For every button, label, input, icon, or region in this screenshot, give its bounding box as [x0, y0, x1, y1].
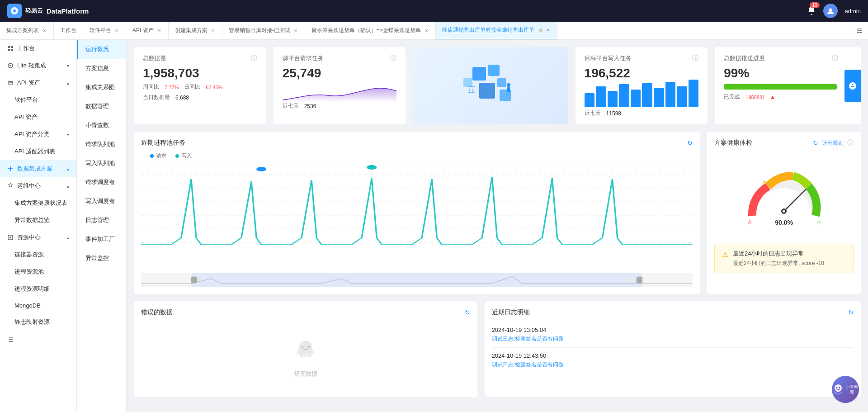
sidebar-item-lite[interactable]: Lite 轻集成 ▾ — [0, 57, 76, 74]
empty-label: 暂无数据 — [294, 370, 317, 378]
svg-rect-4 — [8, 49, 10, 51]
info-icon[interactable]: ⓘ — [251, 54, 257, 62]
log-time: 2024-10-19 13:05:04 — [492, 327, 854, 333]
tab-guanyi[interactable]: 管易销售出库对接-已测试 ✕ — [222, 22, 305, 40]
refresh-button[interactable]: ↻ — [848, 309, 854, 316]
tab-create[interactable]: 创建集成方案 ✕ — [169, 22, 222, 40]
svg-rect-13 — [497, 78, 506, 87]
tab-integration-list[interactable]: 集成方案列表 ✕ — [0, 22, 54, 40]
info-icon[interactable]: ⓘ — [832, 54, 838, 62]
completed-label: 已完成 — [724, 93, 740, 101]
platform-name: DataPlatform — [47, 7, 89, 15]
sidebar-label: API 资产 — [14, 113, 38, 121]
float-assistant[interactable]: 小青助理 — [832, 376, 859, 403]
log-desc[interactable]: 调试日志:检查签名是否有问题 — [492, 361, 854, 369]
sidebar-item-api-category[interactable]: API 资产分类 ▾ — [0, 126, 76, 143]
score-rules-link[interactable]: 评分规则 — [822, 139, 844, 147]
tab-more-button[interactable] — [850, 22, 868, 40]
info-icon[interactable]: ⓘ — [692, 54, 698, 62]
svg-rect-3 — [11, 46, 13, 48]
sidebar-item-exception[interactable]: 异常数据总览 — [0, 212, 76, 229]
sidebar-item-api-adapter[interactable]: API 适配器列表 — [0, 143, 76, 160]
sidebar-item-software[interactable]: 软件平台 — [0, 91, 76, 109]
sub-nav-write-scheduler[interactable]: 写入调度者 — [77, 192, 126, 211]
svg-point-1 — [829, 9, 832, 12]
logo-icon — [7, 4, 22, 18]
card-push-progress: 总数据推送进度 ⓘ 99% 已完成 1950881 — [715, 47, 861, 124]
svg-rect-34 — [637, 277, 642, 284]
health-refresh-button[interactable]: ↻ — [813, 139, 818, 147]
refresh-button[interactable]: ↻ — [465, 309, 470, 316]
tab-close-icon[interactable]: ✕ — [114, 27, 119, 34]
today-data-label: 当日数据量 — [143, 94, 170, 101]
svg-rect-11 — [488, 65, 500, 76]
sub-nav-solution-info[interactable]: 方案信息 — [77, 59, 126, 78]
sub-nav-log-mgmt[interactable]: 日志管理 — [77, 211, 126, 230]
chevron-up-icon: ▴ — [67, 81, 69, 85]
sub-nav-exception-monitor[interactable]: 异常监控 — [77, 249, 126, 268]
dot-request-icon — [150, 154, 154, 158]
sidebar-label: API 资产分类 — [14, 130, 49, 138]
notification-bell[interactable]: 10 — [807, 6, 816, 16]
tab-api[interactable]: API 资产 ✕ — [126, 22, 169, 40]
refresh-button[interactable]: ↻ — [687, 139, 693, 147]
sub-nav-event-factory[interactable]: 事件加工厂 — [77, 230, 126, 249]
tab-label: 管易销售出库对接-已测试 — [229, 27, 290, 34]
sidebar-label: 静态映射资源 — [14, 318, 50, 326]
info-icon[interactable]: ⓘ — [847, 139, 854, 147]
log-desc[interactable]: 调试日志:检查签名是否有问题 — [492, 335, 854, 343]
sub-nav-label: 数据管理 — [85, 103, 109, 109]
sidebar-item-process-detail[interactable]: 进程资源明细 — [0, 280, 76, 298]
alert-title: 最近24小时的日志出现异常 — [733, 250, 824, 258]
empty-icon — [292, 334, 319, 366]
sidebar-item-workbench[interactable]: 工作台 — [0, 40, 76, 57]
sidebar-item-process-pool[interactable]: 进程资源池 — [0, 263, 76, 280]
svg-point-41 — [783, 210, 785, 213]
log-item: 2024-10-19 13:05:04 调试日志:检查签名是否有问题 — [492, 322, 854, 348]
sub-nav-request-queue[interactable]: 请求队列池 — [77, 135, 126, 154]
card-title-label: 目标平台写入任务 — [585, 54, 632, 62]
card-source-tasks: 源平台请求任务 ⓘ 25,749 — [274, 47, 406, 124]
svg-line-39 — [784, 189, 806, 211]
chart-legend: 请求 写入 — [141, 152, 693, 159]
sidebar-item-health[interactable]: 集成方案健康状况表 — [0, 194, 76, 212]
sidebar-collapse-button[interactable] — [0, 331, 76, 350]
tab-close-icon[interactable]: ✕ — [42, 27, 47, 34]
tab-close-icon[interactable]: ✕ — [424, 27, 429, 34]
tab-close-icon[interactable]: ✕ — [545, 27, 551, 33]
chevron-up-icon: ▴ — [67, 235, 69, 240]
sub-sidebar: 运行概况 方案信息 集成关系图 数据管理 小青查数 请求队列池 写入队列池 请求… — [77, 40, 127, 412]
tab-close-icon[interactable]: ✕ — [156, 27, 162, 34]
sub-nav-query[interactable]: 小青查数 — [77, 116, 126, 135]
settings-button[interactable] — [844, 70, 861, 102]
tab-jushuitan[interactable]: 聚水潭采购退货单（确认）=>金蝶采购退货单 ✕ — [305, 22, 436, 40]
chart-scrollbar[interactable] — [141, 273, 693, 287]
sidebar-item-connector[interactable]: 连接器资源 — [0, 246, 76, 263]
sidebar-item-resource[interactable]: 资源中心 ▴ — [0, 229, 76, 246]
sidebar-label: MongoDB — [14, 302, 41, 309]
tab-wangdian[interactable]: 旺店通销售出库单对接金蝶销售出库单 ✕ — [436, 22, 557, 40]
sidebar-item-ops[interactable]: 运维中心 ▴ — [0, 177, 76, 194]
tab-close-icon[interactable]: ✕ — [293, 27, 298, 34]
tab-workbench[interactable]: 工作台 — [54, 22, 83, 40]
sub-nav-overview[interactable]: 运行概况 — [77, 40, 126, 59]
sidebar-item-data-integration[interactable]: 数据集成方案 ▴ — [0, 160, 76, 177]
sub-nav-write-queue[interactable]: 写入队列池 — [77, 154, 126, 173]
alert-desc: 最近24小时的日志出现异常. score -10 — [733, 260, 824, 267]
tab-label: 集成方案列表 — [6, 27, 39, 34]
sidebar-item-static-mapping[interactable]: 静态映射资源 — [0, 313, 76, 331]
tab-software[interactable]: 软件平台 ✕ — [83, 22, 126, 40]
sidebar-item-api[interactable]: API 资产 ▴ — [0, 74, 76, 91]
sub-nav-request-scheduler[interactable]: 请求调度者 — [77, 173, 126, 192]
sidebar-item-mongodb[interactable]: MongoDB — [0, 298, 76, 313]
assistant-label: 小青助理 — [844, 384, 859, 395]
svg-point-45 — [308, 346, 310, 348]
metrics-row: 总数据量 ⓘ 1,958,703 周同比 7.77% 日同比 62.45% 当日… — [134, 47, 861, 124]
tab-close-icon[interactable]: ✕ — [210, 27, 216, 34]
sidebar-item-api-asset[interactable]: API 资产 — [0, 109, 76, 126]
sub-nav-relation[interactable]: 集成关系图 — [77, 78, 126, 97]
sub-nav-data-mgmt[interactable]: 数据管理 — [77, 97, 126, 116]
chevron-down-icon: ▾ — [67, 132, 69, 137]
info-icon[interactable]: ⓘ — [390, 54, 396, 62]
brand-name: 轻易云 — [25, 7, 43, 15]
